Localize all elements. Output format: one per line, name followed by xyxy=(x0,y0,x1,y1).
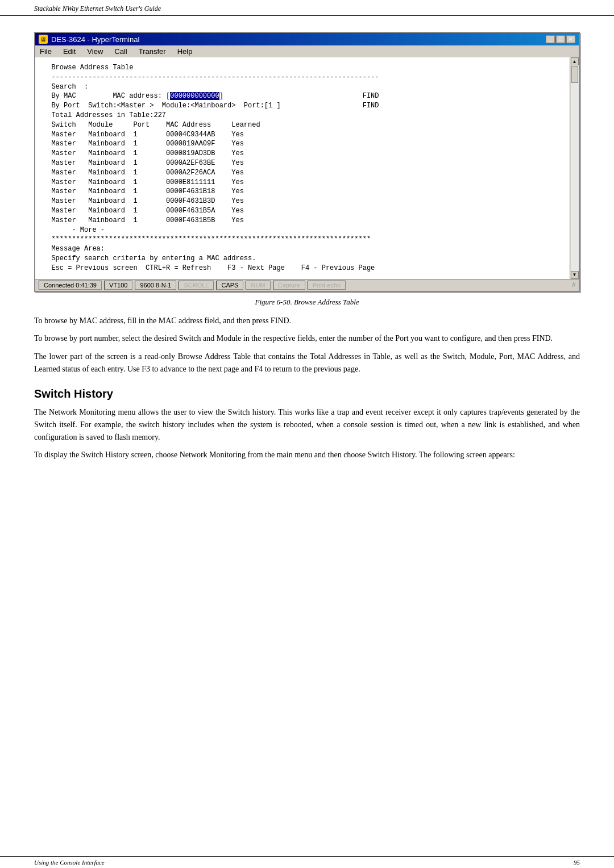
terminal-screen[interactable]: Browse Address Table -------------------… xyxy=(35,57,579,279)
minimize-button[interactable]: _ xyxy=(546,35,555,43)
mac-input-highlight[interactable]: 000000000000 xyxy=(170,92,219,100)
status-printecho: Print echo xyxy=(308,281,346,290)
statusbar: Connected 0:41:39 VT100 9600 8-N-1 SCROL… xyxy=(35,279,579,291)
menu-transfer[interactable]: Transfer xyxy=(136,47,168,56)
status-capture: Capture xyxy=(273,281,305,290)
terminal-line: Master Mainboard 1 0000F4631B5A Yes xyxy=(43,206,569,216)
app-icon-glyph: 🖥 xyxy=(40,36,46,43)
terminal-container: Browse Address Table -------------------… xyxy=(35,57,579,279)
terminal-line: Master Mainboard 1 0000A2F26ACA Yes xyxy=(43,168,569,178)
section-paragraph-2: To display the Switch History screen, ch… xyxy=(34,449,580,461)
terminal-line: Search : xyxy=(43,82,569,92)
terminal-line: Specify search criteria by entering a MA… xyxy=(43,254,569,264)
terminal-line: By MAC MAC address: [000000000000] FIND xyxy=(43,91,569,101)
status-scroll: SCROLL xyxy=(179,281,214,290)
terminal-line: Browse Address Table xyxy=(43,63,569,73)
status-baud: 9600 8-N-1 xyxy=(135,281,176,290)
section-title: Switch History xyxy=(34,387,580,400)
scrollbar[interactable]: ▲ ▼ xyxy=(570,57,579,279)
body-paragraph-3: The lower part of the screen is a read-o… xyxy=(34,350,580,375)
terminal-line: Master Mainboard 1 0000E8111111 Yes xyxy=(43,178,569,187)
page-footer: Using the Console Interface 95 xyxy=(0,856,614,868)
terminal-line: Master Mainboard 1 0000A2EF63BE Yes xyxy=(43,158,569,168)
app-icon: 🖥 xyxy=(39,35,48,44)
scroll-up-arrow[interactable]: ▲ xyxy=(571,57,579,65)
menubar: File Edit View Call Transfer Help xyxy=(35,45,579,57)
body-paragraph-1: To browse by MAC address, fill in the MA… xyxy=(34,315,580,327)
terminal-line: Esc = Previous screen CTRL+R = Refresh F… xyxy=(43,264,569,273)
page-content: 🖥 DES-3624 - HyperTerminal _ □ ✕ File Ed… xyxy=(0,16,614,478)
terminal-line: Master Mainboard 1 0000819AA09F Yes xyxy=(43,139,569,149)
section-paragraph-1: The Network Monitoring menu allows the u… xyxy=(34,406,580,443)
terminal-line: ----------------------------------------… xyxy=(43,73,569,82)
scroll-down-arrow[interactable]: ▼ xyxy=(571,271,579,279)
menu-help[interactable]: Help xyxy=(175,47,195,56)
close-button[interactable]: ✕ xyxy=(566,35,575,43)
resize-corner: // xyxy=(572,282,575,288)
status-num: NUM xyxy=(246,281,270,290)
terminal-line: ****************************************… xyxy=(43,235,569,244)
terminal-line: Switch Module Port MAC Address Learned xyxy=(43,120,569,130)
menu-file[interactable]: File xyxy=(38,47,54,56)
figure-caption-text: Figure 6-50. Browse Address Table xyxy=(255,298,359,306)
terminal-line: Master Mainboard 1 0000819AD3DB Yes xyxy=(43,149,569,158)
menu-call[interactable]: Call xyxy=(112,47,129,56)
figure-caption: Figure 6-50. Browse Address Table xyxy=(34,298,580,307)
hyperterminal-window: 🖥 DES-3624 - HyperTerminal _ □ ✕ File Ed… xyxy=(34,32,580,292)
maximize-button[interactable]: □ xyxy=(556,35,565,43)
titlebar-left: 🖥 DES-3624 - HyperTerminal xyxy=(39,35,139,44)
terminal-line: Master Mainboard 1 0000F4631B3D Yes xyxy=(43,197,569,206)
window-controls[interactable]: _ □ ✕ xyxy=(546,35,575,43)
footer-left: Using the Console Interface xyxy=(34,859,105,866)
terminal-line: Message Area: xyxy=(43,244,569,254)
terminal-line: Total Addresses in Table:227 xyxy=(43,111,569,120)
page-header: Stackable NWay Ethernet Switch User's Gu… xyxy=(0,0,614,16)
titlebar: 🖥 DES-3624 - HyperTerminal _ □ ✕ xyxy=(35,33,579,45)
body-paragraph-2: To browse by port number, select the des… xyxy=(34,332,580,345)
scroll-thumb[interactable] xyxy=(571,66,578,83)
terminal-content: Browse Address Table -------------------… xyxy=(43,63,569,273)
terminal-line: - More - xyxy=(43,226,569,235)
window-title: DES-3624 - HyperTerminal xyxy=(51,35,139,44)
footer-right: 95 xyxy=(574,859,580,866)
status-caps: CAPS xyxy=(216,281,243,290)
scroll-track xyxy=(571,65,579,271)
status-terminal: VT100 xyxy=(104,281,132,290)
terminal-line: Master Mainboard 1 0000F4631B18 Yes xyxy=(43,187,569,197)
status-connected: Connected 0:41:39 xyxy=(39,281,102,290)
terminal-line: Master Mainboard 1 00004C9344AB Yes xyxy=(43,130,569,140)
menu-edit[interactable]: Edit xyxy=(61,47,78,56)
terminal-line: By Port Switch:<Master > Module:<Mainboa… xyxy=(43,101,569,111)
header-text: Stackable NWay Ethernet Switch User's Gu… xyxy=(34,5,161,12)
menu-view[interactable]: View xyxy=(85,47,105,56)
terminal-line: Master Mainboard 1 0000F4631B5B Yes xyxy=(43,216,569,226)
